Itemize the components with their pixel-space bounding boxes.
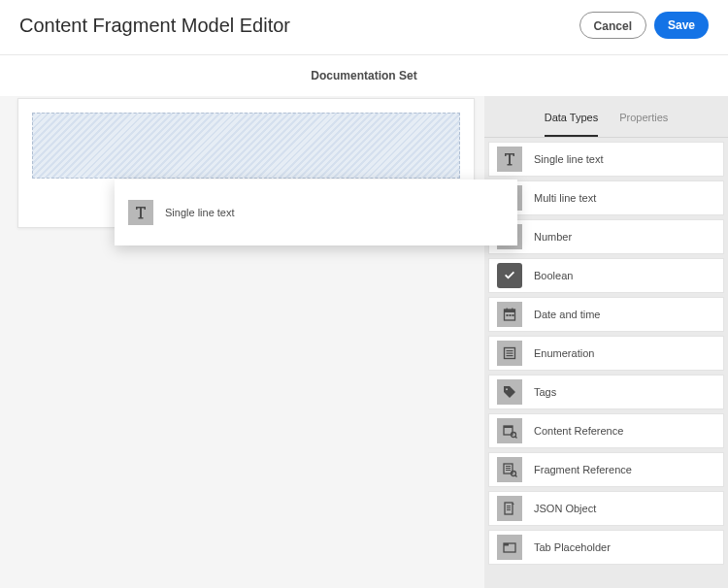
content-ref-icon bbox=[497, 418, 522, 443]
svg-rect-30 bbox=[507, 506, 511, 506]
fragment-ref-icon bbox=[497, 457, 522, 482]
cancel-button[interactable]: Cancel bbox=[579, 12, 646, 39]
svg-rect-11 bbox=[512, 309, 513, 311]
svg-rect-13 bbox=[510, 314, 512, 316]
data-types-list: Single line text Multi line text Number … bbox=[484, 138, 728, 569]
svg-rect-10 bbox=[507, 309, 508, 311]
svg-rect-18 bbox=[507, 355, 513, 356]
svg-rect-25 bbox=[506, 468, 511, 469]
tab-data-types[interactable]: Data Types bbox=[545, 108, 598, 137]
svg-rect-31 bbox=[507, 507, 511, 508]
tag-icon bbox=[497, 379, 522, 405]
svg-rect-14 bbox=[513, 314, 514, 316]
type-label: Content Reference bbox=[534, 425, 623, 437]
calendar-icon bbox=[497, 302, 522, 327]
type-label: Fragment Reference bbox=[534, 464, 632, 475]
type-enumeration[interactable]: Enumeration bbox=[488, 336, 724, 371]
drag-preview[interactable]: Single line text bbox=[115, 180, 517, 245]
type-label: Tags bbox=[534, 386, 556, 398]
type-content-reference[interactable]: Content Reference bbox=[488, 413, 724, 448]
type-single-line-text[interactable]: Single line text bbox=[488, 142, 724, 177]
type-label: JSON Object bbox=[534, 503, 596, 514]
svg-rect-20 bbox=[504, 426, 513, 428]
type-tab-placeholder[interactable]: Tab Placeholder bbox=[488, 530, 724, 565]
tab-icon bbox=[497, 535, 522, 560]
type-label: Single line text bbox=[534, 153, 604, 165]
tab-properties[interactable]: Properties bbox=[619, 108, 668, 137]
type-label: Date and time bbox=[534, 309, 600, 320]
svg-line-28 bbox=[515, 475, 517, 477]
svg-rect-12 bbox=[507, 314, 509, 316]
svg-rect-16 bbox=[507, 350, 513, 351]
json-icon bbox=[497, 496, 522, 521]
field-dropzone[interactable] bbox=[32, 113, 460, 179]
svg-rect-9 bbox=[505, 310, 515, 312]
svg-rect-34 bbox=[504, 543, 509, 546]
type-label: Multi line text bbox=[534, 192, 596, 204]
type-json-object[interactable]: JSON Object bbox=[488, 491, 724, 526]
svg-rect-32 bbox=[507, 509, 511, 510]
svg-rect-24 bbox=[506, 466, 511, 467]
type-label: Number bbox=[534, 231, 572, 243]
header-actions: Cancel Save bbox=[579, 12, 709, 39]
drag-label: Single line text bbox=[165, 207, 235, 218]
save-button[interactable]: Save bbox=[654, 12, 709, 39]
type-fragment-reference[interactable]: Fragment Reference bbox=[488, 452, 724, 487]
sidebar-panel: Data Types Properties Single line text M… bbox=[484, 96, 728, 588]
type-multi-line-text[interactable]: Multi line text bbox=[488, 180, 724, 215]
list-icon bbox=[497, 341, 522, 366]
document-title: Documentation Set bbox=[0, 55, 728, 96]
editor-header: Content Fragment Model Editor Cancel Sav… bbox=[0, 0, 728, 55]
svg-rect-26 bbox=[506, 470, 511, 471]
text-icon bbox=[128, 200, 153, 225]
checkbox-icon bbox=[497, 263, 522, 288]
svg-rect-17 bbox=[507, 353, 513, 354]
type-label: Tab Placeholder bbox=[534, 541, 611, 553]
type-date-time[interactable]: Date and time bbox=[488, 297, 724, 332]
type-tags[interactable]: Tags bbox=[488, 375, 724, 409]
type-boolean[interactable]: Boolean bbox=[488, 258, 724, 293]
canvas-area: Single line text bbox=[0, 96, 484, 588]
type-label: Boolean bbox=[534, 270, 573, 281]
sidebar-tabs: Data Types Properties bbox=[484, 96, 728, 138]
workspace: Single line text Data Types Properties S… bbox=[0, 96, 728, 588]
svg-line-22 bbox=[515, 437, 517, 439]
page-title: Content Fragment Model Editor bbox=[19, 15, 290, 37]
type-number[interactable]: Number bbox=[488, 219, 724, 254]
type-label: Enumeration bbox=[534, 347, 594, 359]
text-icon bbox=[497, 147, 522, 172]
